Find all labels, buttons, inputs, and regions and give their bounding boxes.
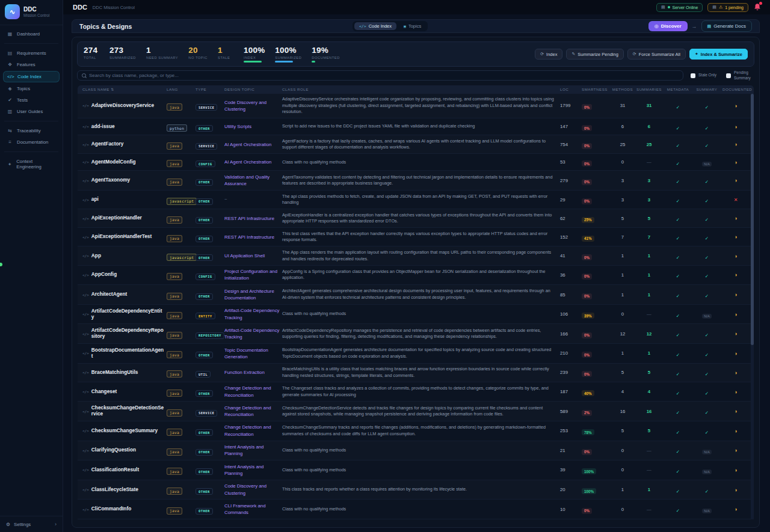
search-input[interactable] [89,73,679,78]
tab-code-index[interactable]: </> Code Index [354,22,396,30]
action-icon: ✦ [695,52,698,57]
table-row[interactable]: </>App javascript OTHER UI Application S… [78,246,754,265]
stale-only-checkbox[interactable] [691,73,695,78]
design-topic-link[interactable]: Topic Documentation Generation [224,347,280,361]
design-topic-link[interactable]: Change Detection and Reconciliation [224,405,280,418]
index-button[interactable]: ⟳ Index [535,49,562,60]
design-topic-link[interactable]: Change Detection and Reconciliation [224,424,280,438]
col-loc[interactable]: LOC [560,87,579,91]
sidebar-item-settings[interactable]: ⚙ Settings › [0,516,63,532]
design-topic-link[interactable]: AI Agent Orchestration [224,159,280,165]
design-topic-link[interactable]: Artifact-Code Dependency Tracking [224,327,280,341]
discover-button[interactable]: ◎ Discover [648,21,688,31]
sidebar-item-documentation[interactable]: ≡ Documentation [3,137,60,147]
design-topic-link[interactable]: Function Extraction [224,369,280,376]
design-topic-link[interactable]: REST API Infrastructure [224,234,280,240]
sidebar-item-topics[interactable]: ◈ Topics [3,84,60,94]
design-topic-link[interactable]: Code Discovery and Clustering [224,483,280,497]
table-row[interactable]: </>AppConfig java CONFIG Project Configu… [78,266,754,286]
sidebar-item-label: Traceability [17,128,41,133]
design-topic-link[interactable]: AI Agent Orchestration [224,141,280,148]
action-label: Summarize Pending [578,52,618,57]
col-summary[interactable]: SUMMARY [694,87,720,91]
design-topic-link[interactable]: Change Detection and Reconciliation [224,385,280,399]
index-summarize-button[interactable]: ✦ Index & Summarize [689,49,748,60]
sidebar-item-requirements[interactable]: ▤ Requirements [3,48,60,58]
design-topic-link[interactable]: Intent Analysis and Planning [224,463,280,477]
table-row[interactable]: </>AdaptiveDiscoveryService java SERVICE… [78,94,754,119]
summary-status: ✓ [694,367,720,378]
table-row[interactable]: </>ArtifactCodeDependencyEntity java ENT… [78,305,754,325]
design-topic-link[interactable]: Artifact-Code Dependency Tracking [224,307,280,321]
generate-docs-button[interactable]: ▤ Generate Docs [701,20,752,32]
col-summaries[interactable]: SUMMARIES [636,87,662,91]
scrollbar-thumb[interactable] [751,94,754,346]
sidebar-item-tests[interactable]: ✔ Tests [3,95,60,105]
table-row[interactable]: </>add-issue python OTHER Utility Script… [78,118,754,135]
col-class-role[interactable]: CLASS ROLE [282,87,558,91]
table-row[interactable]: </>BootstrapDocumentationAgent java OTHE… [78,344,754,364]
filter-pending-summary: Pending Summary [726,70,754,81]
sidebar-item-code-index[interactable]: </> Code Index [3,71,60,82]
table-row[interactable]: </>ClusterAssignmentResult java OTHER Co… [78,519,754,520]
table-row[interactable]: </>AgentFactory java SERVICE AI Agent Or… [78,135,754,154]
table-row[interactable]: </>ArtifactCodeDependencyRepository java… [78,324,754,344]
sidebar-item-traceability[interactable]: ⇆ Traceability [3,126,60,136]
class-name: add-issue [91,124,115,130]
pending-summary-checkbox[interactable] [726,73,731,78]
sidebar-item-context-engineering[interactable]: ✦ Context Engineering [3,156,60,172]
smartness-badge: 0% [582,104,592,110]
server-status-badge: ▤ Server Online [656,3,703,12]
sidebar: ∿ DDC Mission Control ▦ Dashboard ▤ Requ… [0,0,63,532]
table-row[interactable]: </>AgentModelConfig java CONFIG AI Agent… [78,154,754,171]
sidebar-item-user-guides[interactable]: ▥ User Guides [3,106,60,117]
code-icon: </> [82,254,89,258]
table-row[interactable]: </>ClarifyingQuestion java OTHER Intent … [78,441,754,461]
table-row[interactable]: </>api javascript OTHER ~ The api class … [78,191,754,209]
table-row[interactable]: </>Changeset java OTHER Change Detection… [78,382,754,402]
type-badge: OTHER [196,468,213,475]
design-topic-link[interactable]: Intent Analysis and Planning [224,444,280,457]
table-row[interactable]: </>ChecksumChangeSummary java OTHER Chan… [78,421,754,441]
col-smartness[interactable]: SMARTNESS [582,87,609,91]
table-row[interactable]: </>AgentTaxonomy java OTHER Validation a… [78,171,754,191]
stat-label: INDEX [244,56,265,60]
col-class-name[interactable]: CLASS NAME ⇅ [82,87,164,91]
table-row[interactable]: </>ClassificationResult java OTHER Inten… [78,460,754,480]
summarize-pending-button[interactable]: ✎ Summarize Pending [566,49,623,60]
col-lang[interactable]: LANG [167,87,193,91]
design-topic-link[interactable]: Validation and Quality Assurance [224,174,280,188]
sidebar-item-dashboard[interactable]: ▦ Dashboard [3,29,60,39]
design-topic-link[interactable]: ~ [224,196,280,203]
table-row[interactable]: </>ChecksumChangeDetectionService java S… [78,402,754,421]
tab-code-index-label: Code Index [369,23,392,29]
sidebar-item-features[interactable]: ❖ Features [3,60,60,70]
pending-badge[interactable]: ▤ ⚠ 1 pending [707,3,748,12]
tab-topics[interactable]: ▣ Topics [399,22,426,30]
notification-bell-icon[interactable] [753,3,762,11]
col-methods[interactable]: METHODS [612,87,633,91]
force-summarize-all-button[interactable]: ⟳ Force Summarize All [627,49,686,60]
summary-status: ✓ [694,406,720,417]
design-topic-link[interactable]: CLI Framework and Commands [224,503,280,516]
design-topic-link[interactable]: Project Configuration and Initialization [224,268,280,282]
loc-value: 187 [560,389,579,394]
col-design-topic[interactable]: DESIGN TOPIC [224,87,280,91]
design-topic-link[interactable]: Utility Scripts [224,123,280,130]
table-row[interactable]: </>ApiExceptionHandler java OTHER REST A… [78,209,754,228]
table-row[interactable]: </>CliCommandInfo java OTHER CLI Framewo… [78,500,754,519]
design-topic-link[interactable]: Design and Architecture Documentation [224,288,280,302]
design-topic-link[interactable]: REST API Infrastructure [224,215,280,222]
design-topic-link[interactable]: UI Application Shell [224,252,280,259]
table-row[interactable]: </>ArchitectAgent java OTHER Design and … [78,285,754,305]
col-metadata[interactable]: METADATA [665,87,691,91]
table-row[interactable]: </>BraceMatchingUtils java UTIL Function… [78,364,754,382]
table-row[interactable]: </>ClassLifecycleState java OTHER Code D… [78,480,754,500]
stat-item: 274 TOTAL [84,46,99,60]
table-row[interactable]: </>ApiExceptionHandlerTest java OTHER RE… [78,228,754,246]
summaries-value: — [636,467,662,472]
col-type[interactable]: TYPE [196,87,222,91]
class-name: ApiExceptionHandlerTest [91,234,152,240]
col-documented[interactable]: DOCUMENTED [722,87,749,91]
design-topic-link[interactable]: Code Discovery and Clustering [224,99,280,113]
